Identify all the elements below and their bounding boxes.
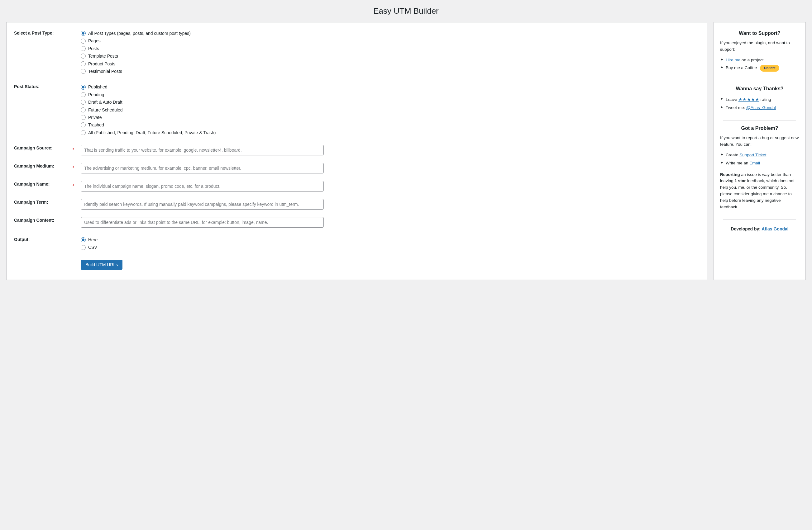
radio-icon bbox=[81, 46, 86, 51]
campaign-term-label: Campaign Term: bbox=[14, 199, 73, 205]
campaign-content-input[interactable] bbox=[81, 217, 324, 227]
donate-button[interactable]: Donate bbox=[760, 65, 779, 72]
problem-note: Reporting an issue is way better than le… bbox=[720, 172, 799, 211]
divider bbox=[723, 120, 796, 120]
problem-heading: Got a Problem? bbox=[720, 126, 799, 131]
post-status-option-draft[interactable]: Draft & Auto Draft bbox=[81, 99, 699, 106]
post-type-group: All Post Types (pages, posts, and custom… bbox=[81, 30, 699, 75]
campaign-name-label: Campaign Name: bbox=[14, 181, 73, 187]
required-marker: * bbox=[73, 145, 76, 152]
radio-icon bbox=[81, 92, 86, 97]
rating-stars-link[interactable]: ★★★★★ bbox=[738, 97, 760, 102]
radio-icon bbox=[81, 107, 86, 113]
radio-icon bbox=[81, 69, 86, 74]
radio-icon bbox=[81, 54, 86, 59]
problem-item-email: Write me an Email bbox=[721, 159, 799, 167]
thanks-item-tweet: Tweet me: @Atlas_Gondal bbox=[721, 104, 799, 112]
required-marker: * bbox=[73, 181, 76, 188]
radio-icon bbox=[81, 237, 86, 242]
campaign-content-label: Campaign Content: bbox=[14, 217, 73, 223]
post-type-label: Select a Post Type: bbox=[14, 30, 73, 35]
post-status-option-future[interactable]: Future Scheduled bbox=[81, 106, 699, 113]
twitter-handle-link[interactable]: @Atlas_Gondal bbox=[746, 105, 776, 110]
radio-icon bbox=[81, 245, 86, 250]
problem-intro: If you want to report a bug or suggest n… bbox=[720, 135, 799, 148]
developer-link[interactable]: Atlas Gondal bbox=[762, 226, 788, 231]
divider bbox=[723, 219, 796, 220]
page-title: Easy UTM Builder bbox=[6, 6, 806, 16]
campaign-source-input[interactable] bbox=[81, 145, 324, 156]
radio-icon bbox=[81, 130, 86, 135]
post-status-label: Post Status: bbox=[14, 84, 73, 89]
post-status-option-pending[interactable]: Pending bbox=[81, 91, 699, 98]
email-link[interactable]: Email bbox=[749, 161, 760, 165]
post-type-option-posts[interactable]: Posts bbox=[81, 45, 699, 52]
output-label: Output: bbox=[14, 236, 73, 242]
developed-by: Developed by: Atlas Gondal bbox=[720, 226, 799, 231]
post-type-option-product-posts[interactable]: Product Posts bbox=[81, 60, 699, 67]
divider bbox=[723, 80, 796, 81]
required-marker: * bbox=[73, 163, 76, 170]
hire-me-link[interactable]: Hire me bbox=[726, 58, 740, 62]
thanks-item-rating: Leave ★★★★★ rating bbox=[721, 95, 799, 104]
post-status-group: Published Pending Draft & Auto Draft Fut… bbox=[81, 84, 699, 136]
campaign-term-input[interactable] bbox=[81, 199, 324, 209]
post-type-option-template-posts[interactable]: Template Posts bbox=[81, 53, 699, 59]
build-utm-urls-button[interactable]: Build UTM URLs bbox=[81, 260, 122, 270]
radio-icon bbox=[81, 31, 86, 36]
output-option-csv[interactable]: CSV bbox=[81, 244, 699, 251]
campaign-medium-input[interactable] bbox=[81, 163, 324, 174]
post-type-option-all[interactable]: All Post Types (pages, posts, and custom… bbox=[81, 30, 699, 37]
thanks-heading: Wanna say Thanks? bbox=[720, 86, 799, 91]
radio-icon bbox=[81, 39, 86, 44]
radio-icon bbox=[81, 115, 86, 120]
problem-item-ticket: Create Support Ticket bbox=[721, 151, 799, 159]
support-ticket-link[interactable]: Support Ticket bbox=[739, 152, 766, 157]
radio-icon bbox=[81, 61, 86, 66]
main-panel: Select a Post Type: All Post Types (page… bbox=[6, 22, 707, 280]
post-status-option-published[interactable]: Published bbox=[81, 84, 699, 90]
support-item-coffee: Buy me a Coffee Donate bbox=[721, 64, 799, 72]
post-status-option-private[interactable]: Private bbox=[81, 114, 699, 121]
campaign-medium-label: Campaign Medium: bbox=[14, 163, 73, 168]
support-intro: If you enjoyed the plugin, and want to s… bbox=[720, 40, 799, 53]
campaign-source-label: Campaign Source: bbox=[14, 145, 73, 150]
post-type-option-pages[interactable]: Pages bbox=[81, 38, 699, 44]
radio-icon bbox=[81, 122, 86, 127]
output-option-here[interactable]: Here bbox=[81, 236, 699, 243]
support-heading: Want to Support? bbox=[720, 30, 799, 36]
campaign-name-input[interactable] bbox=[81, 181, 324, 192]
post-status-option-trashed[interactable]: Trashed bbox=[81, 121, 699, 128]
radio-icon bbox=[81, 100, 86, 105]
post-status-option-all[interactable]: All (Published, Pending, Draft, Future S… bbox=[81, 129, 699, 136]
post-type-option-testimonial-posts[interactable]: Testimonial Posts bbox=[81, 68, 699, 75]
support-item-hire: Hire me on a project bbox=[721, 56, 799, 64]
radio-icon bbox=[81, 85, 86, 90]
output-group: Here CSV bbox=[81, 236, 699, 251]
sidebar-panel: Want to Support? If you enjoyed the plug… bbox=[713, 22, 806, 280]
